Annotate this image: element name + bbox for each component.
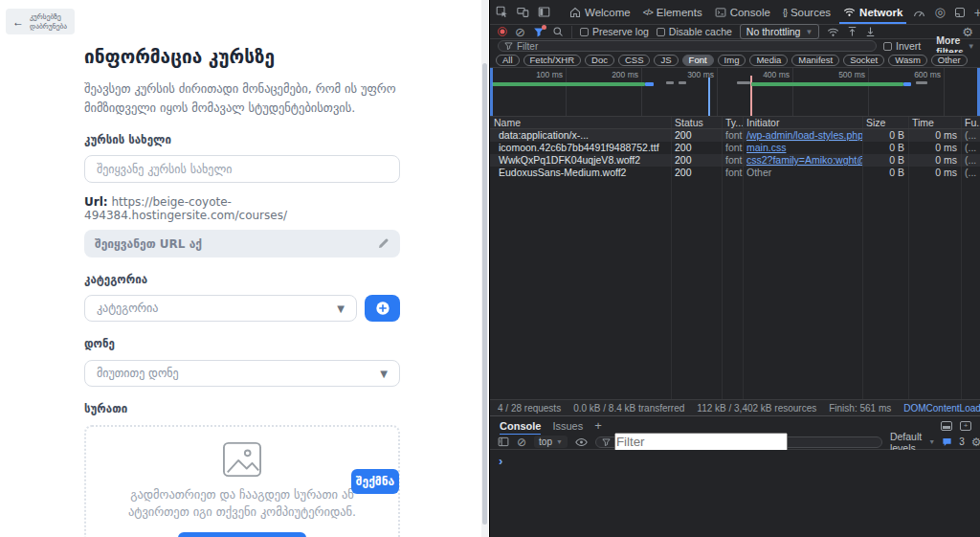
inspect-element-icon[interactable] (496, 6, 508, 18)
col-status[interactable]: Status (671, 117, 722, 128)
chip-img[interactable]: Img (718, 55, 746, 66)
plus-circle-icon (375, 301, 390, 316)
preserve-log-checkbox[interactable]: Preserve log (580, 26, 649, 37)
col-fulfilled[interactable]: Fu... (961, 117, 980, 128)
clear-network-log-icon[interactable]: ⊘ (515, 26, 525, 38)
col-initiator[interactable]: Initiator (743, 117, 862, 128)
add-drawer-tab-icon[interactable]: + (594, 419, 602, 432)
search-icon[interactable] (552, 26, 564, 37)
console-sidebar-icon[interactable] (498, 436, 509, 447)
chevron-down-icon: ▼ (556, 438, 563, 445)
waterfall-bar-green (492, 82, 645, 86)
initiator-link[interactable]: /wp-admin/load-styles.php?c=0&dir= (743, 129, 862, 142)
expand-drawer-icon[interactable]: + (960, 421, 971, 431)
checkbox-icon (883, 42, 892, 51)
course-name-input[interactable] (84, 155, 400, 183)
gridline (566, 68, 567, 116)
network-filter-input[interactable] (517, 41, 870, 52)
drawer-tab-console[interactable]: Console (500, 416, 541, 436)
chip-manifest[interactable]: Manifest (791, 55, 839, 66)
tab-console[interactable]: Console (713, 0, 772, 24)
chip-font[interactable]: Font (682, 55, 714, 66)
issues-bubble-icon[interactable] (942, 436, 952, 447)
console-filter-input[interactable] (614, 433, 788, 451)
requests-count: 4 / 28 requests (498, 403, 561, 414)
context-selector[interactable]: top ▼ (534, 436, 568, 448)
dock-side-icon[interactable] (538, 6, 550, 18)
chip-media[interactable]: Media (749, 55, 788, 66)
tick-500ms: 500 ms (811, 70, 865, 79)
import-har-icon[interactable] (847, 26, 858, 37)
col-type[interactable]: Ty... (722, 117, 743, 128)
waterfall-dash (666, 81, 674, 84)
live-expression-eye-icon[interactable] (575, 437, 588, 447)
more-tabs-icon[interactable]: + (974, 6, 980, 19)
table-row[interactable]: WwkQxPq1DFK04uqjeV8.woff2 200 font css2?… (490, 154, 980, 167)
page-title: ინფორმაცია კურსზე (84, 46, 400, 67)
drawer-tab-issues[interactable]: Issues (552, 416, 583, 436)
console-settings-icon[interactable]: ⚙ (971, 436, 980, 448)
chip-wasm[interactable]: Wasm (888, 55, 927, 66)
disable-cache-checkbox[interactable]: Disable cache (657, 26, 732, 37)
invert-checkbox[interactable]: Invert (883, 40, 921, 52)
clear-console-icon[interactable]: ⊘ (517, 436, 526, 448)
filter-icon[interactable] (533, 27, 545, 37)
waterfall-bar-blue-tip (645, 82, 654, 86)
category-select[interactable]: კატეგორია ▼ (84, 295, 357, 322)
network-conditions-icon[interactable] (827, 27, 839, 37)
page-scrollbar[interactable] (481, 0, 488, 537)
waterfall-dash (679, 81, 686, 84)
table-row[interactable]: icomoon.42c6b7bb4491f9488752.ttf 200 fon… (490, 142, 980, 154)
page-scrollbar-thumb[interactable] (482, 63, 487, 525)
network-toolbar: ⊘ Preserve log Disable cache No throttli… (490, 25, 980, 39)
upload-image-button[interactable]: ატვირთე სურათი (178, 532, 306, 537)
add-category-button[interactable] (365, 295, 400, 322)
memory-icon[interactable]: ◎ (934, 6, 945, 18)
chip-socket[interactable]: Socket (843, 55, 884, 66)
device-toolbar-icon[interactable] (517, 6, 529, 18)
col-size[interactable]: Size (862, 117, 908, 128)
braces-icon: {} (783, 8, 787, 17)
chevron-down-icon: ▼ (928, 438, 935, 445)
throttling-select[interactable]: No throttling ▼ (740, 24, 820, 39)
console-body[interactable]: › (490, 450, 980, 537)
col-name[interactable]: Name (490, 117, 671, 128)
create-course-button[interactable]: შექმნა (351, 469, 399, 494)
page-description: შეავსეთ კურსის ძირითადი მონაცემები, რომ … (84, 79, 400, 118)
chip-css[interactable]: CSS (618, 55, 651, 66)
level-select[interactable]: მიუთითე დონე ▼ (84, 360, 400, 387)
initiator-link[interactable]: css2?family=Amiko:wght@400&subse (743, 154, 862, 167)
requests-table: Name Status Ty... Initiator Size Time Fu… (490, 117, 980, 399)
transferred: 0.0 kB / 8.4 kB transferred (573, 403, 684, 414)
record-network-log-icon[interactable] (498, 27, 507, 36)
tab-welcome[interactable]: Welcome (568, 0, 633, 24)
chip-fetch-xhr[interactable]: Fetch/XHR (523, 55, 581, 66)
screen: ← კურსებზე დაბრუნება ინფორმაცია კურსზე შ… (0, 0, 980, 537)
chevron-down-icon: ▼ (968, 42, 975, 51)
code-icon: </> (643, 8, 653, 17)
edit-url-button[interactable] (377, 237, 390, 250)
table-row[interactable]: data:application/x-... 200 font /wp-admi… (490, 129, 980, 142)
devtools-tabbar: Welcome </> Elements Console {} Sources (490, 0, 980, 25)
chevron-down-icon: ▼ (380, 369, 388, 379)
tab-elements[interactable]: </> Elements (641, 0, 704, 24)
back-to-courses-button[interactable]: ← კურსებზე დაბრუნება (6, 9, 75, 34)
initiator-link[interactable]: main.css (743, 142, 862, 154)
performance-icon[interactable] (913, 7, 925, 18)
devtools-panel: Welcome </> Elements Console {} Sources (489, 0, 980, 537)
chip-doc[interactable]: Doc (585, 55, 614, 66)
network-overview-timeline[interactable]: 100 ms 200 ms 300 ms 400 ms 500 ms 600 m… (490, 68, 980, 117)
col-time[interactable]: Time (908, 117, 961, 128)
gridline (944, 68, 945, 116)
tab-network[interactable]: Network (841, 0, 904, 24)
export-har-icon[interactable] (865, 26, 876, 37)
chip-other[interactable]: Other (931, 55, 968, 66)
table-row[interactable]: EudoxusSans-Medium.woff2 200 font Other … (490, 167, 980, 179)
url-slug-field[interactable]: შეიყვანეთ URL აქ (84, 230, 400, 257)
dock-drawer-icon[interactable] (941, 421, 952, 431)
chip-js[interactable]: JS (654, 55, 678, 66)
application-icon[interactable] (954, 7, 966, 18)
tab-sources[interactable]: {} Sources (781, 0, 833, 24)
overview-left-handle[interactable] (490, 68, 493, 116)
chip-all[interactable]: All (496, 55, 520, 66)
